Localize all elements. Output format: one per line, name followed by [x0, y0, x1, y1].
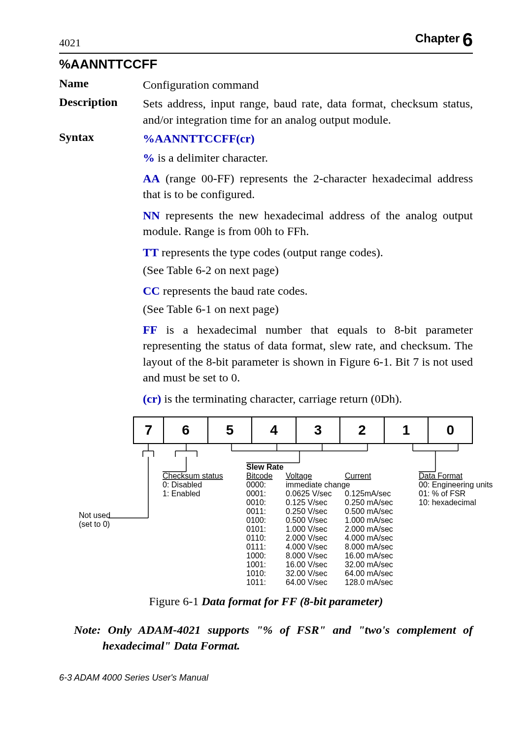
- text-nn: represents the new hexadecimal address o…: [143, 209, 473, 238]
- description-label: Description: [59, 96, 143, 128]
- lbl-slew-head: Slew Rate: [246, 463, 284, 471]
- bc-3: 0011:: [246, 507, 266, 515]
- page-footer: 6-3 ADAM 4000 Series User's Manual: [59, 673, 473, 683]
- bc-11: 1011:: [246, 578, 266, 586]
- text-cc: represents the baud rate codes.: [160, 284, 308, 297]
- header-right: Chapter 6: [415, 30, 473, 51]
- v-3: 0.250 V/sec: [286, 507, 328, 515]
- syntax-label: Syntax: [59, 131, 143, 146]
- chapter-word: Chapter: [415, 32, 460, 45]
- lbl-checksum-head: Checksum status: [163, 472, 223, 480]
- bit-2: 2: [340, 417, 384, 444]
- token-cr: (cr): [143, 392, 161, 405]
- lbl-notused2: (set to 0): [79, 520, 110, 528]
- c-9: 32.00 mA/sec: [345, 560, 393, 569]
- figcap-pre: Figure 6-1: [149, 595, 202, 608]
- lbl-notused1: Not used: [79, 511, 110, 519]
- lbl-checksum-1: 1: Enabled: [163, 489, 200, 498]
- c-7: 8.000 mA/sec: [345, 543, 393, 551]
- c-5: 2.000 mA/sec: [345, 525, 393, 533]
- lbl-voltage-head: Voltage: [286, 472, 312, 480]
- para-cr: (cr) is the terminating character, carri…: [143, 391, 473, 407]
- see-cc: (See Table 6-1 on next page): [143, 301, 473, 317]
- bit-6: 6: [164, 417, 208, 444]
- para-nn: NN represents the new hexadecimal addres…: [143, 207, 473, 240]
- bit-table: 7 6 5 4 3 2 1 0: [133, 416, 473, 444]
- text-ff: is a hexadecimal number that equals to 8…: [143, 323, 473, 384]
- token-ff: FF: [143, 323, 157, 336]
- bc-6: 0110:: [246, 534, 266, 542]
- v-4: 0.500 V/sec: [286, 516, 328, 524]
- v-5: 1.000 V/sec: [286, 525, 328, 533]
- bc-10: 1010:: [246, 569, 266, 578]
- figcap-em: Data format for FF (8-bit parameter): [201, 595, 383, 608]
- v-1: 0.0625 V/sec: [286, 489, 332, 498]
- bit-5: 5: [208, 417, 252, 444]
- para-cc: CC represents the baud rate codes.: [143, 283, 473, 299]
- bc-1: 0001:: [246, 489, 266, 498]
- volt-0: immediate change: [286, 481, 350, 489]
- text-delimiter: is a delimiter character.: [155, 151, 268, 164]
- section-title: %AANNTTCCFF: [59, 57, 473, 72]
- para-ff: FF is a hexadecimal number that equals t…: [143, 322, 473, 386]
- df-2: 10: hexadecimal: [419, 498, 476, 507]
- header-left: 4021: [59, 36, 81, 49]
- v-8: 8.000 V/sec: [286, 551, 328, 560]
- c-3: 0.500 mA/sec: [345, 507, 393, 515]
- token-nn: NN: [143, 209, 160, 222]
- c-8: 16.00 mA/sec: [345, 551, 393, 560]
- bc-2: 0010:: [246, 498, 266, 507]
- lbl-df-head: Data Format: [419, 472, 463, 480]
- v-11: 64.00 V/sec: [286, 578, 328, 586]
- para-tt: TT represents the type codes (output ran…: [143, 244, 473, 260]
- bit-3: 3: [296, 417, 340, 444]
- bit-figure: 7 6 5 4 3 2 1 0: [79, 416, 473, 589]
- bit-0: 0: [428, 417, 472, 444]
- syntax-token: %AANNTTCCFF(cr): [143, 132, 255, 145]
- text-cr: is the terminating character, carriage r…: [161, 392, 402, 405]
- c-4: 1.000 mA/sec: [345, 516, 393, 524]
- bit-4: 4: [252, 417, 296, 444]
- df-0: 00: Engineering units: [419, 481, 493, 489]
- lbl-bitcode-head: Bitcode: [246, 472, 272, 480]
- bc-8: 1000:: [246, 551, 266, 560]
- bc-5: 0101:: [246, 525, 266, 533]
- bit-1: 1: [384, 417, 429, 444]
- chapter-number: 6: [463, 30, 473, 50]
- v-10: 32.00 V/sec: [286, 569, 328, 578]
- v-2: 0.125 V/sec: [286, 498, 328, 507]
- header-rule: [59, 53, 473, 54]
- text-aa: (range 00-FF) represents the 2-character…: [143, 172, 473, 201]
- token-tt: TT: [143, 246, 159, 259]
- para-delimiter: % is a delimiter character.: [143, 150, 473, 166]
- bc-9: 1001:: [246, 560, 266, 569]
- v-6: 2.000 V/sec: [286, 534, 328, 542]
- c-2: 0.250 mA/sec: [345, 498, 393, 507]
- token-percent: %: [143, 151, 155, 164]
- v-9: 16.00 V/sec: [286, 560, 328, 569]
- c-1: 0.125mA/sec: [345, 489, 391, 498]
- figure-caption: Figure 6-1 Data format for FF (8-bit par…: [59, 595, 473, 608]
- c-6: 4.000 mA/sec: [345, 534, 393, 542]
- see-tt: (See Table 6-2 on next page): [143, 262, 473, 278]
- v-7: 4.000 V/sec: [286, 543, 328, 551]
- bit-7: 7: [133, 417, 164, 444]
- token-cc: CC: [143, 284, 160, 297]
- df-1: 01: % of FSR: [419, 489, 466, 498]
- note-text: Note: Only ADAM-4021 supports "% of FSR"…: [74, 623, 473, 652]
- lbl-current-head: Current: [345, 472, 371, 480]
- c-10: 64.00 mA/sec: [345, 569, 393, 578]
- lbl-checksum-0: 0: Disabled: [163, 481, 202, 489]
- description-value: Sets address, input range, baud rate, da…: [143, 96, 473, 128]
- para-aa: AA (range 00-FF) represents the 2-charac…: [143, 171, 473, 203]
- c-11: 128.0 mA/sec: [345, 578, 393, 586]
- token-aa: AA: [143, 172, 160, 185]
- bit-diagram: Not used (set to 0) Checksum status 0: D…: [79, 444, 502, 587]
- bc-4: 0100:: [246, 516, 266, 524]
- name-label: Name: [59, 77, 143, 93]
- name-value: Configuration command: [143, 77, 473, 93]
- bc-7: 0111:: [246, 543, 266, 551]
- text-tt: represents the type codes (output range …: [159, 246, 383, 259]
- bc-0: 0000:: [246, 481, 266, 489]
- note: Note: Only ADAM-4021 supports "% of FSR"…: [88, 622, 473, 654]
